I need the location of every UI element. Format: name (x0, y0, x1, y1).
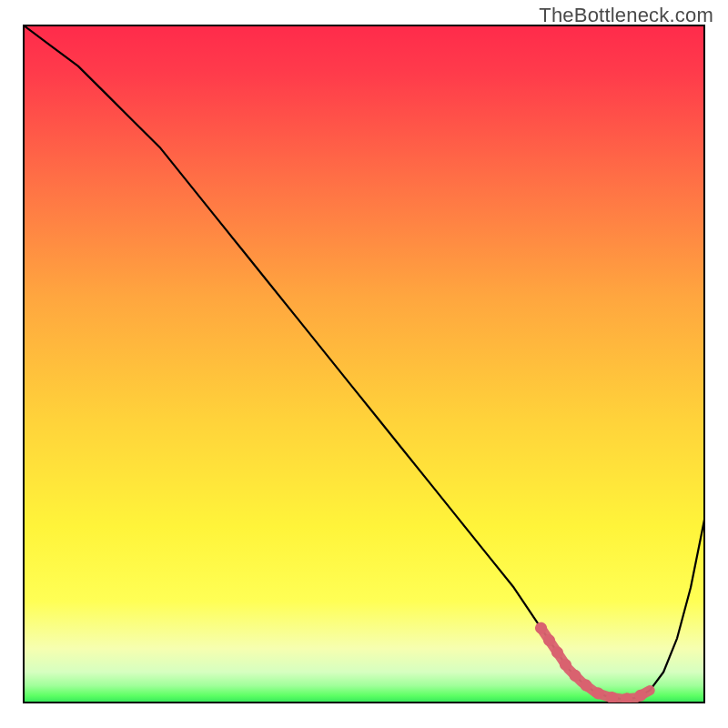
chart-container: { "watermark": "TheBottleneck.com", "col… (0, 0, 728, 728)
plot-background (24, 25, 704, 703)
bottleneck-chart (0, 0, 728, 728)
